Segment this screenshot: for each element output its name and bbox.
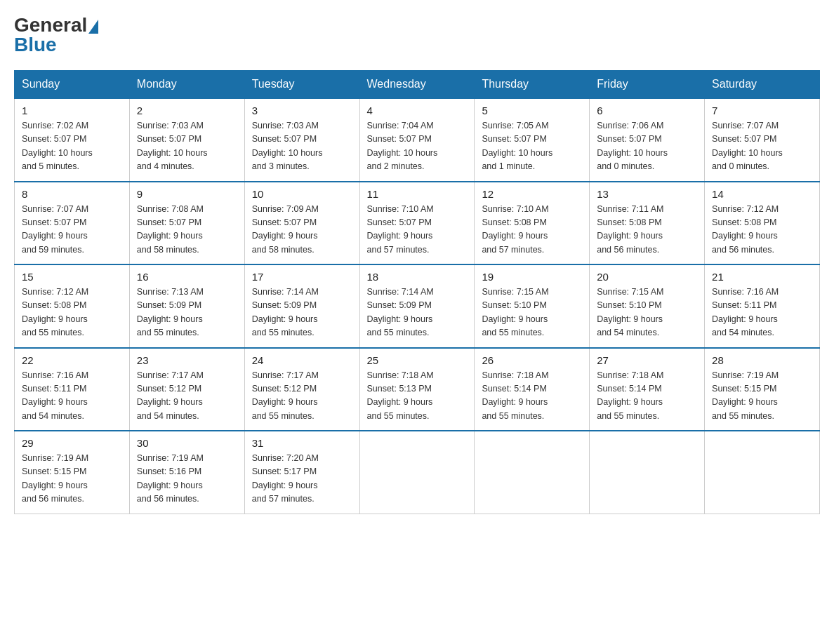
day-number: 18 [367, 271, 468, 283]
calendar-cell [359, 431, 475, 514]
day-number: 20 [597, 271, 697, 283]
day-number: 3 [252, 105, 352, 116]
calendar-cell: 30 Sunrise: 7:19 AMSunset: 5:16 PMDaylig… [129, 431, 244, 514]
day-number: 27 [597, 354, 697, 366]
day-number: 12 [482, 188, 582, 200]
day-info: Sunrise: 7:13 AMSunset: 5:09 PMDaylight:… [137, 286, 237, 340]
calendar-cell [475, 431, 590, 514]
day-info: Sunrise: 7:04 AMSunset: 5:07 PMDaylight:… [367, 119, 468, 174]
day-info: Sunrise: 7:05 AMSunset: 5:07 PMDaylight:… [482, 119, 582, 174]
day-number: 31 [252, 437, 352, 449]
day-number: 9 [137, 188, 237, 200]
page-header: General Blue [14, 14, 820, 56]
calendar-cell: 22 Sunrise: 7:16 AMSunset: 5:11 PMDaylig… [15, 348, 130, 431]
day-number: 21 [712, 271, 812, 283]
calendar-cell: 27 Sunrise: 7:18 AMSunset: 5:14 PMDaylig… [590, 348, 705, 431]
day-info: Sunrise: 7:14 AMSunset: 5:09 PMDaylight:… [252, 286, 352, 340]
day-info: Sunrise: 7:11 AMSunset: 5:08 PMDaylight:… [597, 203, 697, 257]
calendar-cell: 29 Sunrise: 7:19 AMSunset: 5:15 PMDaylig… [15, 431, 130, 514]
day-info: Sunrise: 7:12 AMSunset: 5:08 PMDaylight:… [22, 286, 122, 340]
day-number: 10 [252, 188, 352, 200]
calendar-cell: 2 Sunrise: 7:03 AMSunset: 5:07 PMDayligh… [129, 98, 244, 182]
calendar-cell: 24 Sunrise: 7:17 AMSunset: 5:12 PMDaylig… [244, 348, 359, 431]
weekday-header-monday: Monday [129, 71, 244, 99]
week-row-5: 29 Sunrise: 7:19 AMSunset: 5:15 PMDaylig… [15, 431, 820, 514]
day-info: Sunrise: 7:09 AMSunset: 5:07 PMDaylight:… [252, 203, 352, 257]
calendar-cell: 7 Sunrise: 7:07 AMSunset: 5:07 PMDayligh… [705, 98, 820, 182]
calendar-cell: 25 Sunrise: 7:18 AMSunset: 5:13 PMDaylig… [359, 348, 475, 431]
week-row-2: 8 Sunrise: 7:07 AMSunset: 5:07 PMDayligh… [15, 182, 820, 265]
calendar-cell: 13 Sunrise: 7:11 AMSunset: 5:08 PMDaylig… [590, 182, 705, 265]
day-number: 8 [22, 188, 122, 200]
day-number: 23 [137, 354, 237, 366]
day-info: Sunrise: 7:02 AMSunset: 5:07 PMDaylight:… [22, 119, 122, 174]
day-info: Sunrise: 7:12 AMSunset: 5:08 PMDaylight:… [712, 203, 812, 257]
day-info: Sunrise: 7:16 AMSunset: 5:11 PMDaylight:… [712, 286, 812, 340]
day-number: 25 [367, 354, 468, 366]
day-info: Sunrise: 7:03 AMSunset: 5:07 PMDaylight:… [252, 119, 352, 174]
calendar-cell: 16 Sunrise: 7:13 AMSunset: 5:09 PMDaylig… [129, 264, 244, 348]
logo-triangle-icon [88, 20, 98, 34]
calendar-cell: 19 Sunrise: 7:15 AMSunset: 5:10 PMDaylig… [475, 264, 590, 348]
logo: General Blue [14, 14, 98, 56]
day-number: 2 [137, 105, 237, 116]
calendar-cell: 8 Sunrise: 7:07 AMSunset: 5:07 PMDayligh… [15, 182, 130, 265]
day-number: 26 [482, 354, 582, 366]
day-info: Sunrise: 7:18 AMSunset: 5:14 PMDaylight:… [482, 369, 582, 424]
day-number: 19 [482, 271, 582, 283]
day-number: 24 [252, 354, 352, 366]
day-number: 29 [22, 437, 122, 449]
calendar-cell: 26 Sunrise: 7:18 AMSunset: 5:14 PMDaylig… [475, 348, 590, 431]
day-info: Sunrise: 7:03 AMSunset: 5:07 PMDaylight:… [137, 119, 237, 174]
day-number: 28 [712, 354, 812, 366]
weekday-header-tuesday: Tuesday [244, 71, 359, 99]
day-info: Sunrise: 7:19 AMSunset: 5:15 PMDaylight:… [712, 369, 812, 424]
calendar-cell: 28 Sunrise: 7:19 AMSunset: 5:15 PMDaylig… [705, 348, 820, 431]
calendar-cell: 1 Sunrise: 7:02 AMSunset: 5:07 PMDayligh… [15, 98, 130, 182]
day-info: Sunrise: 7:17 AMSunset: 5:12 PMDaylight:… [137, 369, 237, 424]
calendar-cell: 6 Sunrise: 7:06 AMSunset: 5:07 PMDayligh… [590, 98, 705, 182]
week-row-4: 22 Sunrise: 7:16 AMSunset: 5:11 PMDaylig… [15, 348, 820, 431]
day-number: 16 [137, 271, 237, 283]
logo-blue-text: Blue [14, 34, 57, 56]
day-info: Sunrise: 7:07 AMSunset: 5:07 PMDaylight:… [712, 119, 812, 174]
calendar-cell: 31 Sunrise: 7:20 AMSunset: 5:17 PMDaylig… [244, 431, 359, 514]
calendar-cell [590, 431, 705, 514]
weekday-header-friday: Friday [590, 71, 705, 99]
calendar-cell [705, 431, 820, 514]
calendar-table: SundayMondayTuesdayWednesdayThursdayFrid… [14, 70, 820, 514]
day-number: 7 [712, 105, 812, 116]
calendar-cell: 5 Sunrise: 7:05 AMSunset: 5:07 PMDayligh… [475, 98, 590, 182]
day-number: 22 [22, 354, 122, 366]
day-info: Sunrise: 7:15 AMSunset: 5:10 PMDaylight:… [482, 286, 582, 340]
day-number: 17 [252, 271, 352, 283]
weekday-header-saturday: Saturday [705, 71, 820, 99]
day-number: 5 [482, 105, 582, 116]
calendar-cell: 21 Sunrise: 7:16 AMSunset: 5:11 PMDaylig… [705, 264, 820, 348]
day-info: Sunrise: 7:18 AMSunset: 5:14 PMDaylight:… [597, 369, 697, 424]
day-info: Sunrise: 7:06 AMSunset: 5:07 PMDaylight:… [597, 119, 697, 174]
weekday-header-sunday: Sunday [15, 71, 130, 99]
day-info: Sunrise: 7:20 AMSunset: 5:17 PMDaylight:… [252, 452, 352, 507]
calendar-cell: 12 Sunrise: 7:10 AMSunset: 5:08 PMDaylig… [475, 182, 590, 265]
day-info: Sunrise: 7:07 AMSunset: 5:07 PMDaylight:… [22, 203, 122, 257]
day-number: 11 [367, 188, 468, 200]
day-number: 4 [367, 105, 468, 116]
calendar-cell: 11 Sunrise: 7:10 AMSunset: 5:07 PMDaylig… [359, 182, 475, 265]
day-info: Sunrise: 7:10 AMSunset: 5:07 PMDaylight:… [367, 203, 468, 257]
day-info: Sunrise: 7:19 AMSunset: 5:16 PMDaylight:… [137, 452, 237, 507]
calendar-cell: 18 Sunrise: 7:14 AMSunset: 5:09 PMDaylig… [359, 264, 475, 348]
weekday-header-thursday: Thursday [475, 71, 590, 99]
day-info: Sunrise: 7:19 AMSunset: 5:15 PMDaylight:… [22, 452, 122, 507]
day-info: Sunrise: 7:17 AMSunset: 5:12 PMDaylight:… [252, 369, 352, 424]
calendar-cell: 14 Sunrise: 7:12 AMSunset: 5:08 PMDaylig… [705, 182, 820, 265]
weekday-header-wednesday: Wednesday [359, 71, 475, 99]
day-number: 13 [597, 188, 697, 200]
day-number: 14 [712, 188, 812, 200]
calendar-cell: 9 Sunrise: 7:08 AMSunset: 5:07 PMDayligh… [129, 182, 244, 265]
calendar-cell: 10 Sunrise: 7:09 AMSunset: 5:07 PMDaylig… [244, 182, 359, 265]
day-info: Sunrise: 7:16 AMSunset: 5:11 PMDaylight:… [22, 369, 122, 424]
day-info: Sunrise: 7:14 AMSunset: 5:09 PMDaylight:… [367, 286, 468, 340]
day-number: 30 [137, 437, 237, 449]
day-info: Sunrise: 7:15 AMSunset: 5:10 PMDaylight:… [597, 286, 697, 340]
